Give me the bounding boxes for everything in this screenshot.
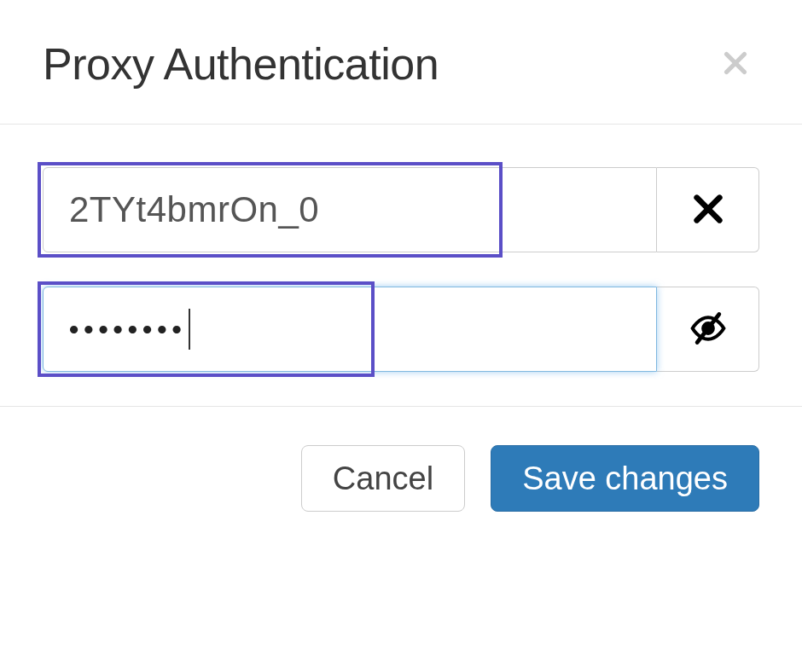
username-input[interactable] bbox=[43, 167, 657, 252]
modal-title: Proxy Authentication bbox=[43, 38, 439, 90]
password-masked-value: •••••••• bbox=[69, 314, 187, 345]
username-wrapper bbox=[43, 167, 657, 252]
modal-footer: Cancel Save changes bbox=[0, 407, 802, 550]
close-icon bbox=[720, 48, 751, 81]
password-input[interactable]: •••••••• bbox=[43, 287, 657, 372]
save-changes-button[interactable]: Save changes bbox=[491, 445, 759, 512]
x-icon bbox=[691, 192, 725, 229]
toggle-password-visibility-button[interactable] bbox=[657, 287, 759, 372]
cancel-button[interactable]: Cancel bbox=[301, 445, 465, 512]
password-wrapper: •••••••• bbox=[43, 287, 657, 372]
eye-slash-icon bbox=[689, 310, 727, 350]
close-button[interactable] bbox=[712, 39, 759, 90]
proxy-auth-modal: Proxy Authentication bbox=[0, 0, 802, 550]
username-group bbox=[43, 167, 759, 252]
modal-body: •••••••• bbox=[0, 125, 802, 407]
password-group: •••••••• bbox=[43, 287, 759, 372]
modal-header: Proxy Authentication bbox=[0, 0, 802, 125]
clear-username-button[interactable] bbox=[657, 167, 759, 252]
text-caret bbox=[189, 309, 190, 350]
